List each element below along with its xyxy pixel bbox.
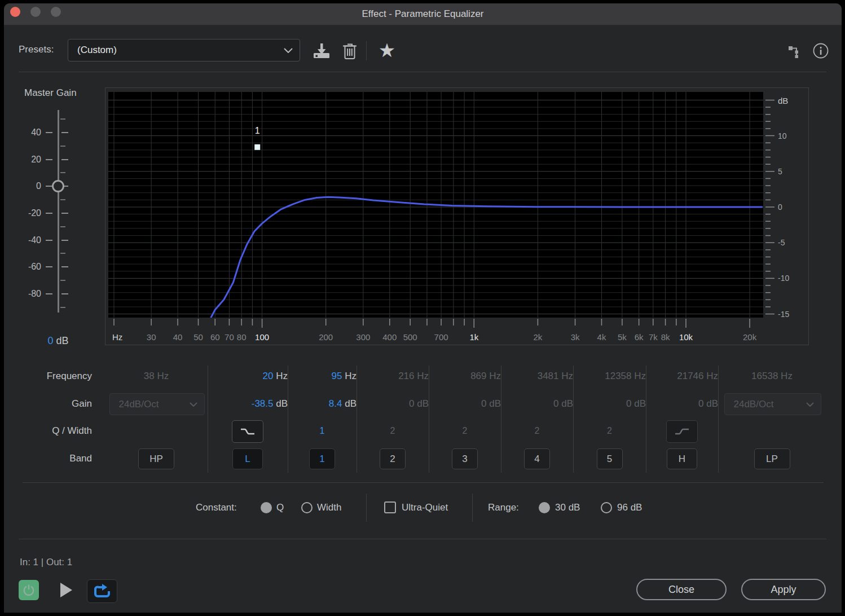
- freq-axis-tick-label: 700: [434, 332, 448, 342]
- freq-axis-tick-label: 7k: [649, 332, 658, 342]
- band-toggle-1[interactable]: 1: [309, 448, 335, 469]
- band-q-value[interactable]: 2: [573, 417, 646, 445]
- range-30db-radio[interactable]: [539, 502, 550, 513]
- channel-routing-button[interactable]: [785, 41, 805, 61]
- band-gain-value[interactable]: -38.5 dB: [208, 390, 300, 417]
- freq-axis-tick-label: 5k: [618, 332, 627, 342]
- band-q-value[interactable]: 2: [429, 417, 501, 445]
- band-frequency-value[interactable]: 869 Hz: [429, 363, 513, 390]
- band-toggle-5[interactable]: 5: [597, 448, 623, 469]
- band-gain-value[interactable]: 0 dB: [501, 390, 585, 417]
- apply-button[interactable]: Apply: [741, 579, 826, 600]
- range-label: Range:: [488, 501, 519, 514]
- freq-axis-tick-label: 3k: [571, 332, 580, 342]
- freq-axis-tick-label: 20k: [743, 332, 757, 342]
- constant-q-radio[interactable]: [261, 502, 272, 513]
- master-gain-knob[interactable]: [52, 180, 64, 192]
- band-frequency-value[interactable]: 12358 Hz: [573, 363, 658, 390]
- save-preset-button[interactable]: [309, 40, 334, 61]
- apply-button-label: Apply: [771, 584, 796, 596]
- band-frequency-value[interactable]: 216 Hz: [357, 363, 441, 390]
- eq-curve-plot[interactable]: dB1050-5-10-15Hz304050607080100200300400…: [105, 88, 808, 345]
- band-frequency-value[interactable]: 16538 Hz: [718, 363, 826, 390]
- master-gain-tick: [46, 213, 52, 214]
- favorite-button[interactable]: ★: [374, 39, 400, 61]
- presets-dropdown[interactable]: (Custom): [68, 39, 300, 61]
- db-axis-tick-label: 5: [778, 167, 782, 176]
- master-gain-track[interactable]: [58, 110, 59, 313]
- loop-playback-icon: [93, 584, 111, 599]
- db-axis-tick-label: 10: [778, 131, 787, 140]
- master-gain-minor-tick: [60, 172, 65, 173]
- close-button[interactable]: Close: [636, 579, 727, 600]
- presets-value: (Custom): [68, 45, 284, 56]
- master-gain-tick-label: 20: [19, 155, 41, 164]
- parametric-equalizer-dialog: Effect - Parametric Equalizer Presets: (…: [4, 3, 842, 613]
- band-toggle-l[interactable]: L: [232, 448, 263, 469]
- lowpass-slope-icon: [239, 426, 256, 437]
- band-slope-button[interactable]: [666, 420, 698, 443]
- eq-row-label: Frequency: [4, 363, 92, 390]
- freq-axis-tick-label: 60: [210, 332, 220, 342]
- band-toggle-3[interactable]: 3: [452, 448, 478, 469]
- freq-axis-tick-label: 300: [356, 332, 370, 342]
- master-gain-tick-label: -40: [19, 236, 41, 245]
- band-gain-value[interactable]: 0 dB: [573, 390, 658, 417]
- filter-slope-dropdown[interactable]: 24dB/Oct: [109, 393, 205, 415]
- constant-width-radio[interactable]: [301, 502, 313, 513]
- constant-label: Constant:: [196, 501, 237, 514]
- band-frequency-value[interactable]: 21746 Hz: [646, 363, 730, 390]
- freq-axis-tick-label: 70: [225, 332, 234, 342]
- io-status-text: In: 1 | Out: 1: [20, 557, 72, 568]
- ultra-quiet-checkbox[interactable]: [384, 501, 396, 513]
- band-slope-button[interactable]: [232, 420, 263, 443]
- band-toggle-2[interactable]: 2: [380, 448, 406, 469]
- freq-axis-unit-label: Hz: [112, 332, 122, 342]
- band-frequency-value[interactable]: 38 Hz: [105, 363, 208, 390]
- band-q-value[interactable]: 2: [501, 417, 573, 445]
- master-gain-value[interactable]: 0 dB: [29, 335, 87, 347]
- save-preset-icon: [312, 42, 331, 59]
- band-q-value[interactable]: 2: [357, 417, 429, 445]
- master-gain-tick: [61, 132, 68, 133]
- ultra-quiet-label: Ultra-Quiet: [402, 501, 448, 514]
- band-control-point-label: 1: [255, 126, 260, 135]
- window-title: Effect - Parametric Equalizer: [4, 3, 842, 25]
- db-axis-tick-label: 0: [778, 203, 782, 212]
- close-button-label: Close: [668, 584, 694, 596]
- constant-width-radio-label: Width: [317, 501, 341, 514]
- freq-axis-tick-label: 100: [255, 332, 269, 342]
- delete-preset-button[interactable]: [338, 40, 362, 61]
- master-gain-minor-tick: [60, 307, 65, 308]
- band-toggle-4[interactable]: 4: [524, 448, 550, 469]
- freq-axis-tick-label: 10k: [679, 332, 693, 342]
- master-gain-tick: [46, 159, 52, 160]
- toolbar-divider: [366, 41, 367, 60]
- freq-axis-tick-label: 30: [147, 332, 156, 342]
- band-toggle-hp[interactable]: HP: [138, 448, 174, 469]
- freq-axis-tick-label: 2k: [533, 332, 542, 342]
- band-frequency-value[interactable]: 3481 Hz: [501, 363, 585, 390]
- band-toggle-lp[interactable]: LP: [754, 448, 790, 469]
- band-gain-value[interactable]: 0 dB: [429, 390, 513, 417]
- favorite-icon: ★: [379, 39, 395, 61]
- band-control-point[interactable]: [254, 144, 260, 150]
- filter-slope-dropdown[interactable]: 24dB/Oct: [724, 393, 821, 415]
- eq-row-label: Q / Width: [4, 417, 92, 445]
- range-96db-radio[interactable]: [601, 502, 612, 513]
- effect-power-toggle[interactable]: [19, 580, 39, 600]
- master-gain-minor-tick: [60, 146, 65, 147]
- power-icon: [22, 583, 36, 597]
- band-gain-value[interactable]: 0 dB: [357, 390, 441, 417]
- preview-play-button[interactable]: [56, 580, 76, 600]
- band-toggle-h[interactable]: H: [667, 448, 697, 469]
- band-gain-value[interactable]: 0 dB: [646, 390, 730, 417]
- band-q-value[interactable]: 1: [288, 417, 357, 445]
- master-gain-tick: [46, 293, 52, 294]
- effect-info-button[interactable]: [811, 41, 831, 61]
- master-gain-tick-label: -60: [19, 262, 41, 271]
- band-frequency-value[interactable]: 20 Hz: [208, 363, 300, 390]
- eq-frequency-graph[interactable]: dB1050-5-10-15Hz304050607080100200300400…: [105, 87, 809, 345]
- master-gain-tick-label: -80: [19, 289, 41, 298]
- loop-playback-toggle[interactable]: [87, 579, 117, 603]
